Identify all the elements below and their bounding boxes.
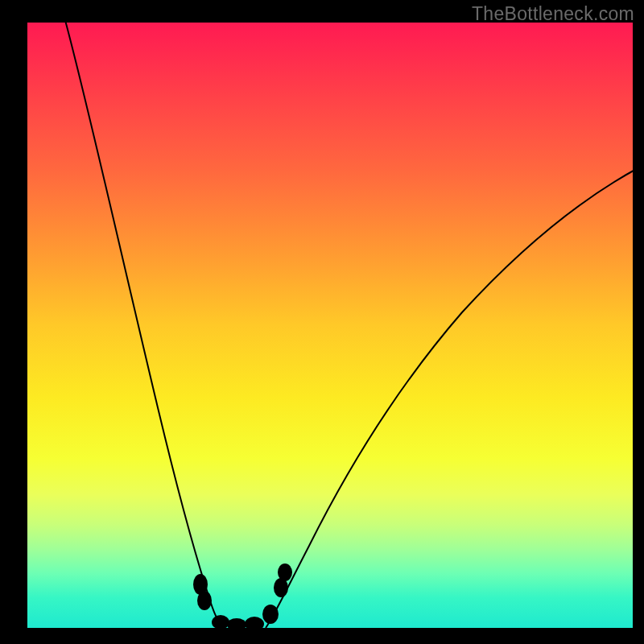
marker-right-lower xyxy=(262,605,279,624)
curve-left-branch xyxy=(64,14,224,628)
watermark-text: TheBottleneck.com xyxy=(472,3,634,25)
chart-svg xyxy=(27,23,633,628)
marker-floor-2 xyxy=(227,618,246,631)
marker-floor-1 xyxy=(212,615,229,630)
plot-area xyxy=(27,23,633,628)
curve-right-branch xyxy=(266,167,639,628)
marker-right-upper-b xyxy=(278,564,292,581)
outer-frame: TheBottleneck.com xyxy=(0,0,644,644)
valley-markers xyxy=(193,564,292,631)
marker-left-lower xyxy=(197,591,212,610)
marker-floor-3 xyxy=(245,617,264,631)
